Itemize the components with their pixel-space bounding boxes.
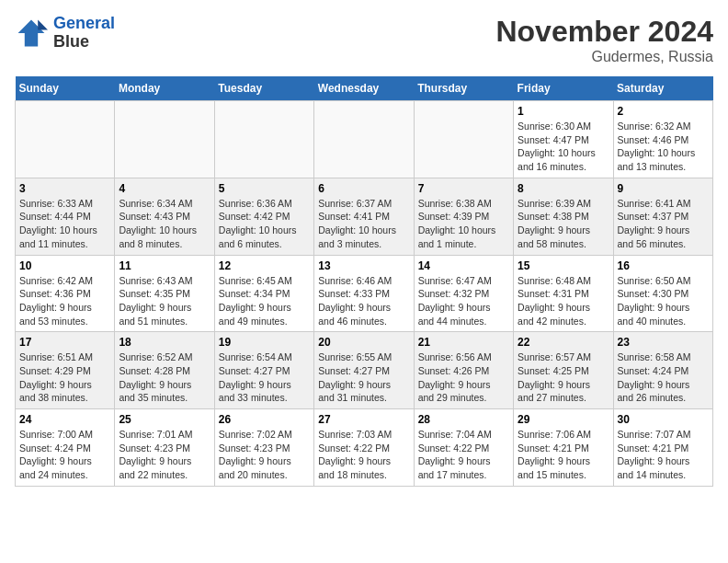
day-info: Sunrise: 7:03 AMSunset: 4:22 PMDaylight:…: [318, 428, 409, 482]
calendar-cell: [314, 101, 414, 178]
calendar-cell: [214, 101, 313, 178]
day-number: 1: [518, 105, 609, 118]
calendar-cell: 28Sunrise: 7:04 AMSunset: 4:22 PMDayligh…: [414, 409, 513, 487]
calendar-cell: 24Sunrise: 7:00 AMSunset: 4:24 PMDayligh…: [16, 409, 115, 487]
day-info: Sunrise: 6:50 AMSunset: 4:30 PMDaylight:…: [618, 274, 709, 328]
calendar-cell: 21Sunrise: 6:56 AMSunset: 4:26 PMDayligh…: [414, 332, 513, 409]
calendar-cell: [16, 101, 115, 178]
day-info: Sunrise: 6:52 AMSunset: 4:28 PMDaylight:…: [119, 350, 210, 405]
day-info: Sunrise: 6:45 AMSunset: 4:34 PMDaylight:…: [219, 274, 310, 328]
day-info: Sunrise: 6:33 AMSunset: 4:44 PMDaylight:…: [19, 197, 110, 251]
calendar-cell: 14Sunrise: 6:47 AMSunset: 4:32 PMDayligh…: [414, 255, 513, 332]
day-info: Sunrise: 6:58 AMSunset: 4:24 PMDaylight:…: [618, 350, 709, 405]
calendar-cell: [414, 101, 513, 178]
day-info: Sunrise: 6:51 AMSunset: 4:29 PMDaylight:…: [19, 350, 110, 405]
day-number: 11: [119, 259, 210, 272]
day-info: Sunrise: 6:56 AMSunset: 4:26 PMDaylight:…: [418, 350, 509, 405]
day-number: 3: [19, 182, 110, 195]
day-info: Sunrise: 6:32 AMSunset: 4:46 PMDaylight:…: [618, 120, 709, 174]
day-number: 24: [19, 413, 110, 426]
calendar-cell: 15Sunrise: 6:48 AMSunset: 4:31 PMDayligh…: [514, 255, 613, 332]
calendar-cell: 16Sunrise: 6:50 AMSunset: 4:30 PMDayligh…: [613, 255, 712, 332]
day-number: 14: [418, 259, 509, 272]
calendar-cell: 11Sunrise: 6:43 AMSunset: 4:35 PMDayligh…: [115, 255, 214, 332]
calendar-cell: 25Sunrise: 7:01 AMSunset: 4:23 PMDayligh…: [115, 409, 214, 487]
day-number: 16: [618, 259, 709, 272]
day-number: 21: [418, 336, 509, 349]
day-info: Sunrise: 7:02 AMSunset: 4:23 PMDaylight:…: [219, 428, 310, 482]
month-title: November 2024: [495, 15, 713, 49]
calendar-cell: 12Sunrise: 6:45 AMSunset: 4:34 PMDayligh…: [214, 255, 313, 332]
day-info: Sunrise: 6:30 AMSunset: 4:47 PMDaylight:…: [518, 120, 609, 174]
day-number: 30: [618, 413, 709, 426]
weekday-header: Friday: [514, 76, 613, 101]
day-info: Sunrise: 6:41 AMSunset: 4:37 PMDaylight:…: [618, 197, 709, 251]
calendar-cell: 20Sunrise: 6:55 AMSunset: 4:27 PMDayligh…: [314, 332, 414, 409]
svg-marker-1: [38, 19, 48, 29]
day-info: Sunrise: 6:48 AMSunset: 4:31 PMDaylight:…: [518, 274, 609, 328]
location: Gudermes, Russia: [495, 49, 713, 65]
day-number: 4: [119, 182, 210, 195]
day-number: 17: [19, 336, 110, 349]
calendar-cell: 4Sunrise: 6:34 AMSunset: 4:43 PMDaylight…: [115, 178, 214, 255]
day-number: 8: [518, 182, 609, 195]
day-number: 18: [119, 336, 210, 349]
day-number: 20: [318, 336, 409, 349]
calendar-cell: 18Sunrise: 6:52 AMSunset: 4:28 PMDayligh…: [115, 332, 214, 409]
calendar-cell: 9Sunrise: 6:41 AMSunset: 4:37 PMDaylight…: [613, 178, 712, 255]
day-info: Sunrise: 6:46 AMSunset: 4:33 PMDaylight:…: [318, 274, 409, 328]
weekday-header: Tuesday: [214, 76, 313, 101]
calendar-cell: 5Sunrise: 6:36 AMSunset: 4:42 PMDaylight…: [214, 178, 313, 255]
day-number: 12: [219, 259, 310, 272]
logo: General Blue: [15, 15, 115, 52]
calendar-cell: 26Sunrise: 7:02 AMSunset: 4:23 PMDayligh…: [214, 409, 313, 487]
day-info: Sunrise: 7:01 AMSunset: 4:23 PMDaylight:…: [119, 428, 210, 482]
day-number: 6: [318, 182, 409, 195]
calendar-cell: 6Sunrise: 6:37 AMSunset: 4:41 PMDaylight…: [314, 178, 414, 255]
day-info: Sunrise: 7:07 AMSunset: 4:21 PMDaylight:…: [618, 428, 709, 482]
day-info: Sunrise: 6:37 AMSunset: 4:41 PMDaylight:…: [318, 197, 409, 251]
logo-icon: [15, 17, 48, 50]
day-number: 23: [618, 336, 709, 349]
calendar-cell: 8Sunrise: 6:39 AMSunset: 4:38 PMDaylight…: [514, 178, 613, 255]
calendar-cell: 23Sunrise: 6:58 AMSunset: 4:24 PMDayligh…: [613, 332, 712, 409]
day-info: Sunrise: 6:34 AMSunset: 4:43 PMDaylight:…: [119, 197, 210, 251]
title-block: November 2024 Gudermes, Russia: [495, 15, 713, 65]
calendar-cell: 29Sunrise: 7:06 AMSunset: 4:21 PMDayligh…: [514, 409, 613, 487]
day-info: Sunrise: 6:55 AMSunset: 4:27 PMDaylight:…: [318, 350, 409, 405]
calendar-cell: 1Sunrise: 6:30 AMSunset: 4:47 PMDaylight…: [514, 101, 613, 178]
day-number: 9: [618, 182, 709, 195]
weekday-header: Monday: [115, 76, 214, 101]
calendar-cell: 2Sunrise: 6:32 AMSunset: 4:46 PMDaylight…: [613, 101, 712, 178]
weekday-header: Wednesday: [314, 76, 414, 101]
day-number: 2: [618, 105, 709, 118]
calendar-cell: 19Sunrise: 6:54 AMSunset: 4:27 PMDayligh…: [214, 332, 313, 409]
day-info: Sunrise: 6:54 AMSunset: 4:27 PMDaylight:…: [219, 350, 310, 405]
calendar-cell: 7Sunrise: 6:38 AMSunset: 4:39 PMDaylight…: [414, 178, 513, 255]
calendar-cell: 3Sunrise: 6:33 AMSunset: 4:44 PMDaylight…: [16, 178, 115, 255]
day-info: Sunrise: 6:42 AMSunset: 4:36 PMDaylight:…: [19, 274, 110, 328]
day-number: 15: [518, 259, 609, 272]
day-number: 26: [219, 413, 310, 426]
day-number: 19: [219, 336, 310, 349]
calendar-cell: [115, 101, 214, 178]
logo-text: General Blue: [53, 15, 115, 52]
day-info: Sunrise: 7:04 AMSunset: 4:22 PMDaylight:…: [418, 428, 509, 482]
day-number: 22: [518, 336, 609, 349]
day-number: 5: [219, 182, 310, 195]
calendar-cell: 30Sunrise: 7:07 AMSunset: 4:21 PMDayligh…: [613, 409, 712, 487]
calendar-cell: 22Sunrise: 6:57 AMSunset: 4:25 PMDayligh…: [514, 332, 613, 409]
day-number: 13: [318, 259, 409, 272]
day-info: Sunrise: 6:36 AMSunset: 4:42 PMDaylight:…: [219, 197, 310, 251]
day-number: 29: [518, 413, 609, 426]
day-number: 25: [119, 413, 210, 426]
day-number: 10: [19, 259, 110, 272]
day-info: Sunrise: 6:57 AMSunset: 4:25 PMDaylight:…: [518, 350, 609, 405]
weekday-header: Thursday: [414, 76, 513, 101]
day-number: 7: [418, 182, 509, 195]
calendar-cell: 10Sunrise: 6:42 AMSunset: 4:36 PMDayligh…: [16, 255, 115, 332]
day-info: Sunrise: 6:38 AMSunset: 4:39 PMDaylight:…: [418, 197, 509, 251]
day-info: Sunrise: 6:43 AMSunset: 4:35 PMDaylight:…: [119, 274, 210, 328]
day-info: Sunrise: 6:47 AMSunset: 4:32 PMDaylight:…: [418, 274, 509, 328]
page-header: General Blue November 2024 Gudermes, Rus…: [15, 15, 713, 65]
